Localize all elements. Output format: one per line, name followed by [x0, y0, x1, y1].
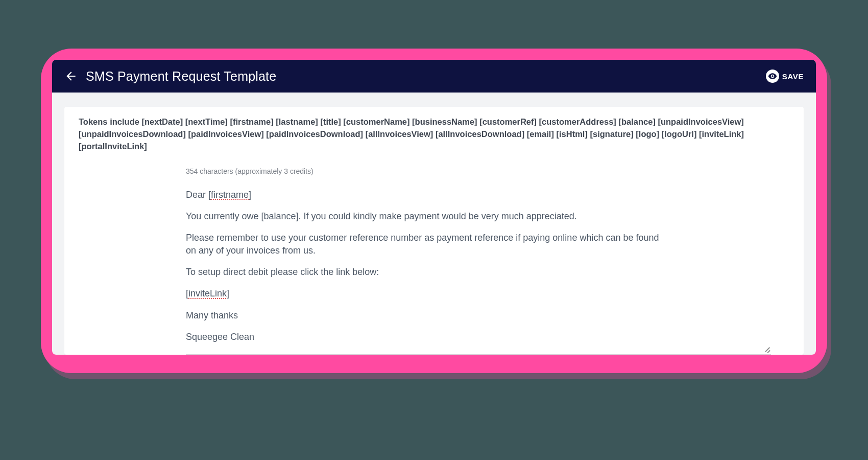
line-direct-debit: To setup direct debit please click the l… — [186, 266, 666, 278]
editor-card: Tokens include [nextDate] [nextTime] [fi… — [64, 107, 804, 355]
resize-handle[interactable] — [763, 345, 770, 352]
editor-column: 354 characters (approximately 3 credits)… — [186, 167, 771, 355]
titlebar: SMS Payment Request Template SAVE — [52, 60, 816, 93]
save-label: SAVE — [782, 72, 804, 81]
line-signoff: Squeegee Clean — [186, 331, 666, 343]
character-count: 354 characters (approximately 3 credits) — [186, 167, 771, 175]
line-balance: You currently owe [balance]. If you coul… — [186, 210, 666, 222]
template-textarea[interactable]: Dear [firstname] You currently owe [bala… — [186, 189, 771, 355]
line-thanks: Many thanks — [186, 309, 666, 321]
page-title: SMS Payment Request Template — [86, 69, 276, 84]
token-firstname: firstname — [211, 190, 249, 200]
app-window: SMS Payment Request Template SAVE Tokens… — [52, 60, 816, 355]
arrow-left-icon — [64, 70, 78, 83]
content-area: Tokens include [nextDate] [nextTime] [fi… — [52, 93, 816, 355]
tokens-help-text: Tokens include [nextDate] [nextTime] [fi… — [79, 116, 789, 153]
line-greeting: Dear [firstname] — [186, 189, 666, 201]
device-frame: SMS Payment Request Template SAVE Tokens… — [41, 49, 827, 373]
token-invitelink: inviteLink — [188, 288, 227, 298]
line-invite-link: [inviteLink] — [186, 287, 666, 300]
eye-icon — [766, 70, 779, 83]
back-button[interactable] — [61, 66, 81, 86]
template-body: Dear [firstname] You currently owe [bala… — [186, 189, 771, 343]
line-reference: Please remember to use your customer ref… — [186, 232, 666, 257]
save-button[interactable]: SAVE — [766, 70, 804, 83]
